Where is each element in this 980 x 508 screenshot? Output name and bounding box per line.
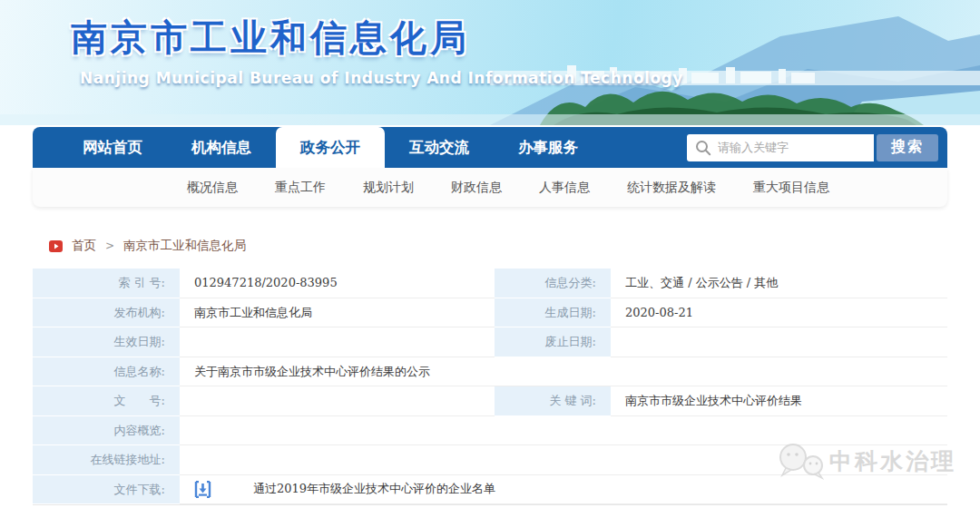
value-file-download: 通过2019年市级企业技术中心评价的企业名单 (180, 475, 947, 505)
table-row-content-overview: 内容概览: (33, 416, 947, 446)
value-info-category: 工业、交通 / 公示公告 / 其他 (611, 269, 947, 298)
label-info-category: 信息分类: (495, 269, 611, 298)
subnav-item-major-projects[interactable]: 重大项目信息 (753, 180, 829, 196)
value-keywords: 南京市市级企业技术中心评价结果 (611, 386, 947, 416)
table-row-online-link: 在线链接地址: (33, 445, 947, 475)
nav-item-organization[interactable]: 机构信息 (167, 127, 276, 168)
label-expiry-date: 废止日期: (495, 327, 611, 357)
value-content-overview (180, 416, 947, 446)
table-row-index-number: 索 引 号: 012947218/2020-83995 信息分类: 工业、交通 … (33, 269, 947, 298)
table-row-info-name: 信息名称: 关于南京市市级企业技术中心评价结果的公示 (33, 357, 947, 387)
value-generation-date: 2020-08-21 (611, 298, 947, 328)
navigation: 网站首页 机构信息 政务公开 互动交流 办事服务 搜索 概况信息 重点工作 规划… (33, 127, 947, 207)
nav-item-services[interactable]: 办事服务 (494, 127, 603, 168)
label-content-overview: 内容概览: (33, 416, 180, 446)
breadcrumb: 首页 > 南京市工业和信息化局 (49, 238, 246, 254)
label-generation-date: 生成日期: (495, 298, 611, 328)
table-row-effective-date: 生效日期: 废止日期: (33, 327, 947, 357)
label-index-number: 索 引 号: (33, 269, 180, 298)
search-icon (695, 140, 711, 156)
site-title-english: Nanjing Municipal Bureau of Industry And… (80, 69, 683, 87)
nav-item-home[interactable]: 网站首页 (58, 127, 167, 168)
breadcrumb-home-link[interactable]: 首页 (72, 238, 96, 254)
search-box: 搜索 (687, 134, 938, 161)
search-input[interactable] (687, 134, 874, 161)
subnav-item-key-work[interactable]: 重点工作 (275, 180, 326, 196)
site-title: 南京市工业和信息化局 (71, 13, 470, 63)
download-icon[interactable] (194, 481, 211, 498)
breadcrumb-separator: > (105, 239, 114, 252)
nav-item-government-affairs[interactable]: 政务公开 (276, 127, 385, 168)
download-file-link[interactable]: 通过2019年市级企业技术中心评价的企业名单 (253, 475, 495, 504)
breadcrumb-home-icon (49, 239, 63, 253)
page: 南京市工业和信息化局 Nanjing Municipal Bureau of I… (0, 0, 980, 508)
label-effective-date: 生效日期: (33, 327, 180, 357)
breadcrumb-current-page[interactable]: 南京市工业和信息化局 (123, 238, 246, 254)
sub-nav-bar: 概况信息 重点工作 规划计划 财政信息 人事信息 统计数据及解读 重大项目信息 (33, 168, 947, 207)
subnav-item-planning[interactable]: 规划计划 (363, 180, 414, 196)
table-row-document-number: 文 号: 关 键 词: 南京市市级企业技术中心评价结果 (33, 386, 947, 416)
label-file-download: 文件下载: (33, 475, 180, 505)
table-row-file-download: 文件下载: 通过2019年市级企业技术中心评价的企业名单 (33, 475, 947, 505)
value-document-number (180, 386, 495, 416)
subnav-item-personnel[interactable]: 人事信息 (539, 180, 590, 196)
value-effective-date (180, 327, 495, 357)
label-online-link: 在线链接地址: (33, 445, 180, 475)
value-expiry-date (611, 327, 947, 357)
search-button[interactable]: 搜索 (877, 134, 938, 161)
value-index-number: 012947218/2020-83995 (180, 269, 495, 298)
value-info-name: 关于南京市市级企业技术中心评价结果的公示 (180, 357, 947, 387)
site-banner: 南京市工业和信息化局 Nanjing Municipal Bureau of I… (0, 0, 980, 125)
label-issuing-agency: 发布机构: (33, 298, 180, 328)
subnav-item-finance[interactable]: 财政信息 (451, 180, 502, 196)
subnav-item-statistics[interactable]: 统计数据及解读 (627, 180, 716, 196)
label-keywords: 关 键 词: (495, 386, 611, 416)
value-online-link (180, 445, 947, 475)
subnav-item-overview[interactable]: 概况信息 (187, 180, 238, 196)
document-info-table: 索 引 号: 012947218/2020-83995 信息分类: 工业、交通 … (33, 269, 947, 505)
label-document-number: 文 号: (33, 386, 180, 416)
main-nav-bar: 网站首页 机构信息 政务公开 互动交流 办事服务 搜索 (33, 127, 947, 168)
value-issuing-agency: 南京市工业和信息化局 (180, 298, 495, 328)
label-info-name: 信息名称: (33, 357, 180, 387)
table-row-issuing-agency: 发布机构: 南京市工业和信息化局 生成日期: 2020-08-21 (33, 298, 947, 328)
nav-item-interaction[interactable]: 互动交流 (385, 127, 494, 168)
